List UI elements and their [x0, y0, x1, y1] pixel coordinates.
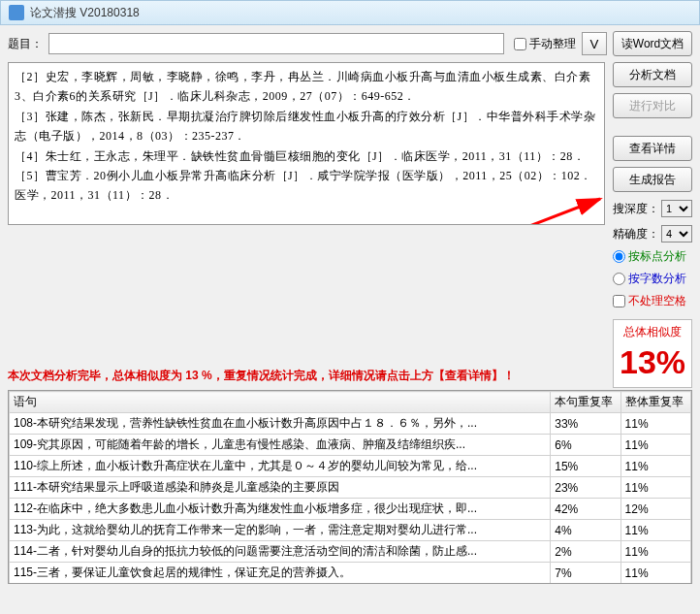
- cell-global-rate: 11%: [620, 563, 690, 584]
- table-row[interactable]: 113-为此，这就给婴幼儿的抚育工作带来一定的影响，一者，需注意定期对婴幼儿进行…: [10, 520, 691, 541]
- table-row[interactable]: 111-本研究结果显示上呼吸道感染和肺炎是儿童感染的主要原因23%11%: [10, 477, 691, 499]
- precision-row: 精确度： 4: [613, 225, 692, 242]
- col-global-rate[interactable]: 整体重复率: [620, 392, 690, 413]
- cell-local-rate: 58%: [551, 584, 620, 585]
- reference-line: ［4］朱士红，王永志，朱理平．缺铁性贫血骨髓巨核细胞的变化［J］．临床医学，20…: [15, 146, 598, 166]
- radio-by-chars[interactable]: 按字数分析: [613, 271, 692, 287]
- cell-sentence: 113-为此，这就给婴幼儿的抚育工作带来一定的影响，一者，需注意定期对婴幼儿进行…: [10, 520, 551, 541]
- cell-local-rate: 4%: [551, 520, 620, 541]
- cell-global-rate: 11%: [620, 477, 690, 499]
- cell-local-rate: 23%: [551, 477, 620, 499]
- cell-sentence: 110-综上所述，血小板计数升高症状在儿童中，尤其是０～４岁的婴幼儿间较为常见，…: [10, 456, 551, 477]
- chk-no-space-input[interactable]: [613, 295, 625, 307]
- manual-checkbox[interactable]: [514, 38, 526, 50]
- similarity-box: 总体相似度 13%: [613, 319, 692, 388]
- table-row[interactable]: 110-综上所述，血小板计数升高症状在儿童中，尤其是０～４岁的婴幼儿间较为常见，…: [10, 456, 691, 477]
- cell-sentence: 111-本研究结果显示上呼吸道感染和肺炎是儿童感染的主要原因: [10, 477, 551, 499]
- app-icon: [9, 5, 24, 20]
- window-title: 论文潜搜 V20180318: [30, 5, 140, 21]
- table-row[interactable]: 108-本研究结果发现，营养性缺铁性贫血在血小板计数升高原因中占１８．６％，另外…: [10, 413, 691, 435]
- cell-local-rate: 7%: [551, 563, 620, 584]
- radio-punct-input[interactable]: [613, 250, 625, 263]
- topic-label: 题目：: [8, 36, 43, 52]
- titlebar: 论文潜搜 V20180318: [0, 0, 700, 25]
- cell-global-rate: 11%: [620, 520, 690, 541]
- depth-select[interactable]: 1: [661, 200, 692, 217]
- table-row[interactable]: 109-究其原因，可能随着年龄的增长，儿童患有慢性感染、血液病、肿瘤及结缔组织疾…: [10, 435, 691, 456]
- table-row[interactable]: 115-三者，要保证儿童饮食起居的规律性，保证充足的营养摄入。7%11%: [10, 563, 691, 584]
- radio-chars-input[interactable]: [613, 273, 625, 285]
- precision-select[interactable]: 4: [661, 225, 692, 242]
- cell-sentence: 117-［1］郝婕．血小板升高与非小细胞肺癌远处转移相关系探讨［J］．中国医学创…: [10, 584, 551, 585]
- cell-local-rate: 33%: [551, 413, 620, 435]
- radio-by-punct[interactable]: 按标点分析: [613, 248, 692, 265]
- depth-label: 搜深度：: [613, 201, 659, 217]
- depth-row: 搜深度： 1: [613, 200, 692, 217]
- cell-global-rate: 11%: [620, 435, 690, 456]
- cell-local-rate: 2%: [551, 541, 620, 563]
- read-word-button[interactable]: 读Word文档: [613, 31, 692, 56]
- result-table: 语句 本句重复率 整体重复率 108-本研究结果发现，营养性缺铁性贫血在血小板计…: [9, 391, 691, 584]
- analyze-button[interactable]: 分析文档: [613, 62, 692, 87]
- chk-no-space[interactable]: 不处理空格: [613, 293, 692, 309]
- v-button[interactable]: V: [582, 32, 607, 55]
- manual-label: 手动整理: [529, 36, 576, 52]
- cell-sentence: 108-本研究结果发现，营养性缺铁性贫血在血小板计数升高原因中占１８．６％，另外…: [10, 413, 551, 435]
- cell-sentence: 109-究其原因，可能随着年龄的增长，儿童患有慢性感染、血液病、肿瘤及结缔组织疾…: [10, 435, 551, 456]
- top-row: 题目： 手动整理 V 读Word文档: [0, 25, 700, 62]
- cell-local-rate: 15%: [551, 456, 620, 477]
- report-button[interactable]: 生成报告: [613, 167, 692, 192]
- cell-local-rate: 6%: [551, 435, 620, 456]
- compare-button: 进行对比: [613, 93, 692, 118]
- cell-global-rate: 12%: [620, 584, 690, 585]
- cell-global-rate: 12%: [620, 499, 690, 520]
- similarity-label: 总体相似度: [618, 324, 687, 340]
- col-local-rate[interactable]: 本句重复率: [551, 392, 620, 413]
- reference-line: ［5］曹宝芳．20例小儿血小板异常升高临床分析［J］．咸宁学院学报（医学版），2…: [15, 166, 598, 206]
- topic-input[interactable]: [48, 33, 504, 54]
- table-row[interactable]: 117-［1］郝婕．血小板升高与非小细胞肺癌远处转移相关系探讨［J］．中国医学创…: [10, 584, 691, 585]
- cell-sentence: 115-三者，要保证儿童饮食起居的规律性，保证充足的营养摄入。: [10, 563, 551, 584]
- status-line: 本次文档分析完毕，总体相似度为 13 %，重复情况统计完成，详细情况请点击上方【…: [8, 362, 605, 388]
- table-row[interactable]: 112-在临床中，绝大多数患儿血小板计数升高为继发性血小板增多症，很少出现症状，…: [10, 499, 691, 520]
- cell-global-rate: 11%: [620, 541, 690, 563]
- cell-global-rate: 11%: [620, 456, 690, 477]
- cell-sentence: 112-在临床中，绝大多数患儿血小板计数升高为继发性血小板增多症，很少出现症状，…: [10, 499, 551, 520]
- reference-line: ［2］史宏，李晓辉，周敏，李晓静，徐鸣，李丹，冉丛兰．川崎病血小板升高与血清血小…: [15, 67, 598, 107]
- detail-button[interactable]: 查看详情: [613, 136, 692, 161]
- cell-sentence: 114-二者，针对婴幼儿自身的抵抗力较低的问题需要注意活动空间的清洁和除菌，防止…: [10, 541, 551, 563]
- cell-global-rate: 11%: [620, 413, 690, 435]
- similarity-value: 13%: [618, 340, 687, 383]
- cell-local-rate: 42%: [551, 499, 620, 520]
- col-sentence[interactable]: 语句: [10, 392, 551, 413]
- right-panel: 分析文档 进行对比 查看详情 生成报告 搜深度： 1 精确度： 4 按标点分析 …: [613, 62, 692, 388]
- manual-checkbox-wrap[interactable]: 手动整理: [514, 36, 576, 52]
- result-table-wrap: 语句 本句重复率 整体重复率 108-本研究结果发现，营养性缺铁性贫血在血小板计…: [8, 390, 692, 584]
- reference-line: ［3］张建，陈杰，张新民．早期抗凝治疗脾切除后继发性血小板升高的疗效分析［J］．…: [15, 107, 598, 146]
- reference-box: ［2］史宏，李晓辉，周敏，李晓静，徐鸣，李丹，冉丛兰．川崎病血小板升高与血清血小…: [8, 62, 605, 225]
- table-row[interactable]: 114-二者，针对婴幼儿自身的抵抗力较低的问题需要注意活动空间的清洁和除菌，防止…: [10, 541, 691, 563]
- precision-label: 精确度：: [613, 226, 659, 242]
